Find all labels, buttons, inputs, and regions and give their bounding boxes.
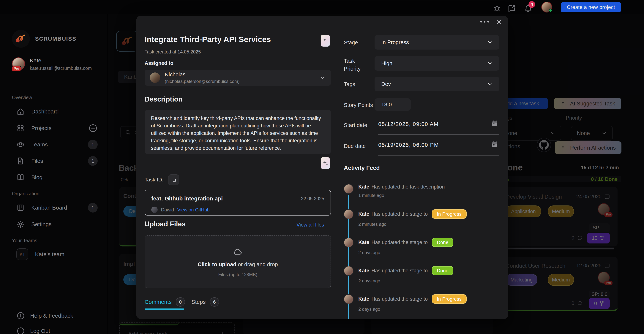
story-points-input[interactable]: 13,0 [374, 98, 411, 111]
calendar-icon[interactable] [491, 120, 498, 127]
upload-cta-bold: Click to upload [198, 261, 236, 267]
sidebar-item-kates-team[interactable]: KT Kate's team [16, 248, 98, 260]
story-points-label: Story Points [344, 102, 373, 108]
sidebar-item-blog[interactable]: Blog [16, 172, 98, 183]
brand: SCRUMBUISS [12, 30, 76, 48]
notification-count-badge: 4 [528, 1, 535, 8]
files-count-badge: 1 [88, 156, 98, 166]
activity-feed-divider [344, 178, 499, 178]
calendar-icon[interactable] [491, 141, 498, 148]
create-new-project-button[interactable]: Create a new project [561, 2, 621, 12]
sidebar-item-settings[interactable]: Settings [16, 218, 98, 230]
description-text[interactable]: Research and identify key third-party AP… [144, 110, 331, 154]
ai-sparkle-button[interactable] [321, 35, 330, 46]
sidebar-item-label: Dashboard [31, 108, 59, 115]
bug-report-icon[interactable] [493, 4, 501, 12]
stage-select[interactable]: In Progress [374, 35, 500, 50]
sidebar-item-label: Projects [31, 125, 52, 131]
sidebar-user[interactable]: Pro Kate kate.russell@scrumbuiss.com [12, 57, 92, 71]
activity-item: KateHas updated the stage toDone 2 days … [344, 266, 500, 284]
sidebar-item-label: Log Out [30, 328, 50, 334]
due-date-label: Due date [344, 143, 366, 149]
task-priority-label: Task Priority [344, 57, 372, 73]
file-upload-dropzone[interactable]: Click to upload or drag and drop Files (… [144, 236, 331, 288]
activity-time: 1 minute ago [358, 193, 500, 198]
user-email: kate.russell@scrumbuiss.com [30, 66, 92, 71]
add-project-icon[interactable] [88, 124, 98, 133]
start-date-label: Start date [344, 122, 367, 128]
blog-book-icon [16, 173, 24, 182]
sidebar-item-label: Blog [31, 174, 42, 180]
tab-comments[interactable]: Comments 0 [144, 297, 185, 306]
ai-sparkle-button[interactable] [321, 157, 330, 169]
priority-select[interactable]: High [374, 56, 500, 70]
task-title: Integrate Third-Party API Services [144, 35, 271, 44]
assignee-select[interactable]: Nicholas (nicholas.paterson@scrumbuiss.c… [144, 70, 331, 86]
assigned-to-label: Assigned to [144, 60, 174, 66]
chevron-down-icon [487, 81, 493, 87]
activity-action: Has updated the task description [372, 184, 445, 190]
projects-grid-icon [16, 124, 24, 132]
activity-item: KateHas updated the stage toIn Progress … [344, 294, 500, 312]
activity-user: Kate [358, 211, 369, 217]
view-all-files-link[interactable]: View all files [296, 222, 324, 228]
due-date-underline [378, 155, 500, 156]
activity-user: Kate [358, 268, 369, 274]
sidebar-item-dashboard[interactable]: Dashboard [16, 106, 98, 117]
sidebar-item-projects[interactable]: Projects [16, 122, 98, 134]
tab-steps[interactable]: Steps 6 [191, 297, 219, 306]
activity-feed-heading: Activity Feed [344, 165, 380, 172]
stage-badge: In Progress [432, 210, 466, 219]
stage-badge: Done [432, 266, 453, 275]
activity-user: Kate [358, 184, 369, 190]
start-date-underline [378, 134, 500, 135]
due-date-value[interactable]: 05/19/2025, 06:00 PM [378, 142, 439, 148]
close-icon[interactable] [496, 18, 502, 25]
task-id-row: Task ID: [144, 174, 179, 185]
sidebar-section-overview: Overview [12, 95, 32, 100]
feedback-share-icon[interactable] [508, 4, 516, 12]
activity-user: Kate [358, 296, 369, 302]
steps-count-badge: 6 [210, 297, 219, 306]
stage-badge: In Progress [432, 294, 466, 304]
stage-value: In Progress [381, 39, 409, 46]
activity-time: 2 minutes ago [358, 222, 500, 227]
commit-title: feat: Github integration api [151, 196, 223, 202]
user-avatar[interactable] [541, 2, 552, 12]
activity-item: KateHas updated the task description 1 m… [344, 184, 500, 198]
upload-cta-rest: or drag and drop [238, 261, 278, 267]
sidebar-section-your-teams: Your Teams [12, 238, 37, 244]
stage-badge: Done [432, 238, 453, 247]
tags-select[interactable]: Dev [374, 77, 500, 91]
activity-user: Kate [358, 240, 369, 245]
online-status-dot [548, 8, 552, 12]
teams-icon [16, 140, 24, 149]
tab-comments-label: Comments [144, 299, 172, 305]
chevron-down-icon [487, 40, 493, 45]
more-options-icon[interactable] [480, 21, 489, 22]
teams-count-badge: 1 [88, 140, 98, 150]
sidebar-item-help-feedback[interactable]: Help & Feedback [16, 310, 98, 322]
sidebar-item-files[interactable]: Files 1 [16, 155, 98, 167]
sidebar-item-kanban-board[interactable]: Kanban Board 1 [16, 202, 98, 214]
sidebar-item-label: Teams [31, 142, 48, 148]
activity-action: Has updated the stage to [372, 211, 428, 217]
home-icon [16, 108, 24, 116]
tags-label: Tags [344, 81, 355, 87]
sidebar-item-logout[interactable]: Log Out [16, 325, 98, 334]
chevron-down-icon [320, 74, 326, 81]
gear-icon [16, 220, 24, 228]
start-date-value[interactable]: 05/12/2025, 09:00 AM [378, 121, 439, 127]
view-on-github-link[interactable]: View on GitHub [177, 207, 210, 212]
activity-action: Has updated the stage to [372, 240, 428, 245]
user-name: Kate [30, 57, 92, 64]
activity-time: 2 days ago [358, 306, 500, 312]
activity-time: 2 days ago [358, 250, 500, 255]
activity-action: Has updated the stage to [372, 296, 428, 302]
sidebar-item-teams[interactable]: Teams 1 [16, 139, 98, 150]
cloud-upload-icon [232, 246, 243, 257]
activity-time: 2 days ago [358, 278, 500, 284]
assignee-avatar [150, 72, 160, 83]
copy-task-id-button[interactable] [168, 174, 179, 185]
commit-author-name: Dawid [161, 207, 174, 212]
